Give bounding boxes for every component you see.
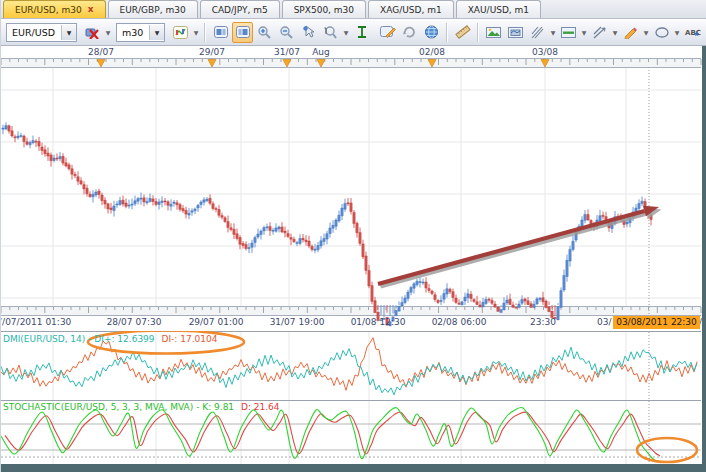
main-price-chart[interactable]: [1, 46, 702, 331]
fibonacci-tool-button[interactable]: [527, 22, 548, 43]
dmi-name-label: DMI(EUR/USD, 14): [3, 334, 85, 344]
stochastic-k-value-label: K: 9.81: [202, 402, 234, 412]
tab-label: SPX500, m30: [294, 5, 354, 15]
remove-symbol-button[interactable]: [82, 22, 103, 43]
tab-label: EUR/USD, m30: [15, 5, 82, 15]
dmi-minus-value-label: DI-: 17.0104: [161, 334, 217, 344]
chart-panel-toggle[interactable]: [232, 22, 253, 43]
chart-type-icon: [173, 26, 188, 39]
dmi-plus-line: [1, 347, 697, 395]
edit-chart-button[interactable]: [377, 22, 398, 43]
tab-label: CAD/JPY, m5: [212, 5, 268, 15]
toolbar-separator: [446, 23, 448, 42]
tab-xag-usd-m1[interactable]: XAG/USD, m1: [368, 0, 454, 18]
vertical-cursor-button[interactable]: [351, 22, 372, 43]
save-image-icon: [486, 26, 502, 39]
stochastic-d-value-label: D: 21.64: [241, 402, 280, 412]
toolbar: EUR/USD ▼ ▼ m30 ▼ ▼: [1, 19, 706, 46]
fibonacci-tool-dropdown[interactable]: ▼: [549, 22, 557, 43]
remove-symbol-dropdown[interactable]: ▼: [104, 22, 112, 43]
horizontal-line-tool-dropdown[interactable]: ▼: [580, 22, 588, 43]
symbol-value: EUR/USD: [12, 27, 58, 38]
zoom-out-icon: [279, 25, 294, 39]
ellipse-tool-button[interactable]: [651, 22, 672, 43]
zoom-in-button[interactable]: [254, 22, 275, 43]
ruler-icon: [455, 25, 471, 39]
time-ruler: [1, 306, 701, 316]
symbol-combobox[interactable]: EUR/USD ▼: [6, 23, 77, 42]
remove-symbol-icon: [85, 26, 100, 39]
chevron-down-icon[interactable]: ▼: [61, 25, 76, 40]
chart-type-button[interactable]: [170, 22, 191, 43]
edit-chart-icon: [380, 25, 396, 39]
dmi-minus-line: [1, 338, 697, 391]
zoom-out-button[interactable]: [276, 22, 297, 43]
time-axis-label: 29/07 01:00: [189, 317, 244, 327]
horizontal-line-tool-icon: [561, 26, 577, 39]
trading-app-window: EUR/USD, m30xEUR/GBP, m30CAD/JPY, m5SPX5…: [0, 0, 706, 472]
tab-close-icon[interactable]: x: [88, 5, 94, 14]
date-label: 03/08: [532, 47, 558, 57]
tab-eur-usd-m30[interactable]: EUR/USD, m30x: [3, 0, 106, 18]
text-tool-icon: ABC: [684, 26, 701, 39]
main-grid: [1, 67, 701, 306]
tab-label: EUR/GBP, m30: [120, 5, 186, 15]
trend-arrow-annotation[interactable]: [378, 206, 659, 284]
tab-bar: EUR/USD, m30xEUR/GBP, m30CAD/JPY, m5SPX5…: [1, 0, 706, 19]
tab-eur-gbp-m30[interactable]: EUR/GBP, m30: [108, 0, 198, 18]
ruler-button[interactable]: [452, 22, 473, 43]
trend-line-tool-button[interactable]: [589, 22, 610, 43]
magnifier-dropdown[interactable]: ▼: [342, 22, 350, 43]
candlestick-series: [2, 122, 652, 326]
chart-window: 03/ /08 03/08/2011 22:30 DMI(EUR/USD, 14…: [1, 46, 706, 472]
time-axis-label: 27/07/2011 01:30: [0, 317, 71, 327]
tab-label: XAU/USD, m1: [468, 5, 529, 15]
time-axis-label: 02/08 06:00: [432, 317, 487, 327]
ellipse-tool-icon: [654, 26, 670, 39]
pointer-select-icon: [302, 25, 316, 39]
toolbar-separator: [477, 23, 479, 42]
trend-line-tool-icon: [592, 26, 607, 39]
magnifier-button[interactable]: [320, 22, 341, 43]
date-label: 31/07: [274, 47, 300, 57]
zoom-in-icon: [257, 25, 272, 39]
pencil-tool-dropdown[interactable]: ▼: [642, 22, 650, 43]
magnifier-icon: [323, 25, 338, 39]
chevron-down-icon[interactable]: ▼: [149, 25, 164, 40]
chart-panel-toggle-icon: [236, 26, 250, 38]
pencil-tool-button[interactable]: [620, 22, 641, 43]
save-image-button[interactable]: [483, 22, 504, 43]
stochastic-legend: STOCHASTIC(EUR/USD, 5, 3, 3, MVA, MVA) -…: [3, 402, 280, 412]
tab-spx500-m30[interactable]: SPX500, m30: [282, 0, 366, 18]
trend-line-tool-dropdown[interactable]: ▼: [611, 22, 619, 43]
timeframe-combobox[interactable]: m30 ▼: [116, 23, 165, 42]
snapshot-button[interactable]: [505, 22, 526, 43]
data-window-toggle-icon: [214, 26, 228, 38]
text-tool-button[interactable]: ABC: [682, 22, 703, 43]
time-axis-label: 31/07 19:00: [270, 317, 325, 327]
globe-button[interactable]: [421, 22, 442, 43]
stoch-k-line: [1, 407, 656, 461]
time-axis-label: 01/08 12:30: [351, 317, 406, 327]
cursor-time-badge: 03/08/2011 22:30: [613, 316, 700, 329]
window-bottom-frame: [1, 464, 706, 472]
window-right-frame: [702, 46, 706, 472]
tab-label: XAG/USD, m1: [380, 5, 442, 15]
globe-icon: [424, 25, 439, 39]
tab-xau-usd-m1[interactable]: XAU/USD, m1: [456, 0, 541, 18]
refresh-button[interactable]: [399, 22, 420, 43]
date-label: Aug: [312, 47, 330, 57]
timeframe-value: m30: [122, 27, 146, 38]
pointer-select-button[interactable]: [298, 22, 319, 43]
ellipse-tool-dropdown[interactable]: ▼: [673, 22, 681, 43]
dmi-legend: DMI(EUR/USD, 14) - DI+: 12.6399 DI-: 17.…: [3, 334, 217, 344]
data-window-toggle[interactable]: [210, 22, 231, 43]
date-label: 02/08: [419, 47, 445, 57]
time-ruler: [1, 58, 701, 68]
tab-cad-jpy-m5[interactable]: CAD/JPY, m5: [200, 0, 280, 18]
horizontal-line-tool-button[interactable]: [558, 22, 579, 43]
time-axis-label: 28/07 07:30: [107, 317, 162, 327]
dmi-plus-value-label: DI+: 12.6399: [94, 334, 154, 344]
chart-type-dropdown[interactable]: ▼: [192, 22, 200, 43]
time-axis-label: 03/: [597, 317, 611, 327]
